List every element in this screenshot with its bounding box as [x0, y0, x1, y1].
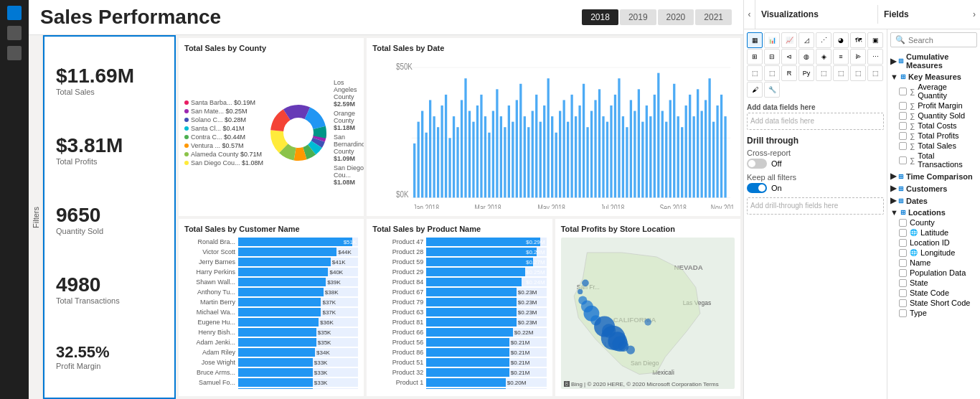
viz-icon-pie[interactable]: ◕: [833, 32, 849, 48]
viz-icon-scatter[interactable]: ⋰: [816, 32, 831, 48]
chart-total-profits-by-store: Total Profits by Store Location NEVADA C…: [555, 219, 740, 397]
panel-nav-right[interactable]: ›: [969, 0, 980, 29]
checkbox-name[interactable]: [899, 259, 907, 267]
bar-row-customer-3: Harry Perkins $40K: [184, 268, 358, 276]
checkbox-state[interactable]: [899, 279, 907, 287]
viz-icon-area[interactable]: ◿: [798, 32, 814, 48]
svg-rect-56: [563, 100, 565, 197]
viz-icon-line[interactable]: 📈: [781, 32, 797, 48]
bar-row-product-11: Product 86 $0.21M: [372, 348, 546, 357]
svg-rect-36: [484, 116, 486, 197]
viz-icon-r4[interactable]: Py: [798, 65, 814, 81]
viz-icon-bar[interactable]: ▦: [747, 32, 763, 48]
viz-icon-gauge[interactable]: ◍: [798, 49, 814, 65]
nav-icon-model[interactable]: [7, 46, 22, 60]
kpi-profit-margin: 32.55% Profit Margin: [56, 343, 163, 370]
checkbox-longitude[interactable]: [899, 249, 907, 257]
checkbox-total-costs[interactable]: [899, 122, 907, 130]
viz-icon-more[interactable]: ⋯: [867, 49, 883, 65]
kpi-total-transactions-label: Total Transactions: [56, 296, 163, 305]
checkbox-total-trans-f[interactable]: [899, 156, 907, 164]
nav-icon-report[interactable]: [7, 6, 22, 20]
fields-search-box[interactable]: 🔍: [890, 32, 977, 47]
viz-icon-r1[interactable]: ⬚: [747, 65, 763, 81]
panel-nav-left[interactable]: ‹: [744, 0, 755, 29]
svg-rect-51: [543, 105, 545, 197]
checkbox-total-sales-f[interactable]: [899, 142, 907, 150]
bar-name-9: Henry Bish...: [184, 329, 238, 336]
viz-icon-r8[interactable]: ⬚: [867, 65, 883, 81]
section-cumulative-header[interactable]: ▶ ⊞ Cumulative Measures: [890, 52, 977, 70]
svg-rect-84: [673, 84, 675, 198]
viz-icon-r7[interactable]: ⬚: [850, 65, 866, 81]
svg-text:$0K: $0K: [396, 189, 409, 200]
viz-icon-card[interactable]: ▣: [867, 32, 883, 48]
checkbox-total-profits-f[interactable]: [899, 132, 907, 140]
viz-icon-table[interactable]: ⊞: [747, 49, 763, 65]
values-drop-zone[interactable]: Add data fields here: [747, 113, 884, 130]
viz-icon-col[interactable]: 📊: [764, 32, 780, 48]
viz-icon-format[interactable]: 🖌: [747, 82, 763, 98]
bar-bg-9: $35K: [238, 328, 358, 337]
bar-product-name-15: Product 37: [372, 389, 426, 390]
svg-rect-26: [445, 95, 447, 198]
checkbox-latitude[interactable]: [899, 229, 907, 237]
legend-label-3: Santa Cl... $0.41M: [191, 125, 245, 132]
field-total-trans-label: Total Transactions: [918, 151, 977, 169]
viz-icon-analytics[interactable]: 🔧: [764, 82, 780, 98]
viz-icon-r5[interactable]: ⬚: [816, 65, 831, 81]
checkbox-county[interactable]: [899, 219, 907, 227]
nav-icon-data[interactable]: [7, 26, 22, 40]
viz-icon-kpi[interactable]: ◈: [816, 49, 831, 65]
svg-point-12: [286, 120, 311, 146]
svg-rect-92: [705, 100, 707, 197]
section-time-comparison: ▶ ⊞ Time Comparison: [890, 171, 977, 182]
section-key-measures-header[interactable]: ▼ ⊞ Key Measures: [890, 72, 977, 82]
svg-rect-81: [661, 111, 664, 198]
viz-icon-funnel[interactable]: ⊲: [781, 49, 797, 65]
cross-report-toggle-row: Off: [747, 159, 884, 169]
viz-icon-matrix[interactable]: ⊟: [764, 49, 780, 65]
checkbox-qty-sold[interactable]: [899, 112, 907, 120]
checkbox-location-id[interactable]: [899, 239, 907, 247]
bar-product-bg-8: $0.23M: [426, 318, 546, 327]
search-input[interactable]: [908, 36, 972, 44]
svg-rect-87: [685, 105, 687, 197]
filters-panel[interactable]: Filters: [29, 35, 43, 399]
keep-filters-toggle-row: On: [747, 183, 884, 193]
section-locations-header[interactable]: ▼ ⊞ Locations: [890, 207, 977, 217]
section-customers-header[interactable]: ▶ ⊞ Customers: [890, 183, 977, 194]
kpi-quantity-sold-label: Quantity Sold: [56, 227, 163, 235]
bar-product-bg-15: $0.20M: [426, 388, 546, 390]
year-button-2021[interactable]: 2021: [695, 9, 732, 25]
bar-bg-3: $40K: [238, 268, 358, 276]
viz-icon-r3[interactable]: R: [781, 65, 797, 81]
cross-report-toggle[interactable]: [747, 159, 767, 169]
svg-rect-47: [527, 127, 529, 197]
viz-icon-slicer[interactable]: ≡: [833, 49, 849, 65]
svg-text:Nov 2018: Nov 2018: [711, 202, 735, 208]
bar-name-4: Shawn Wall...: [184, 278, 238, 286]
svg-rect-91: [701, 111, 703, 198]
checkbox-population[interactable]: [899, 269, 907, 277]
bar-row-product-14: Product 1 $0.20M: [372, 378, 546, 387]
section-dates-header[interactable]: ▶ ⊞ Dates: [890, 195, 977, 206]
drill-through-drop-zone[interactable]: Add drill-through fields here: [747, 197, 884, 215]
checkbox-type[interactable]: [899, 309, 907, 317]
checkbox-state-code[interactable]: [899, 289, 907, 297]
year-button-2018[interactable]: 2018: [582, 9, 618, 25]
viz-icon-waterfall[interactable]: ⫸: [850, 49, 866, 65]
checkbox-profit-margin[interactable]: [899, 102, 907, 110]
bar-row-product-3: Product 29 $0.25M: [372, 268, 546, 276]
viz-icon-map[interactable]: 🗺: [850, 32, 866, 48]
year-button-2019[interactable]: 2019: [620, 9, 656, 25]
section-time-comparison-header[interactable]: ▶ ⊞ Time Comparison: [890, 171, 977, 182]
year-button-2020[interactable]: 2020: [658, 9, 694, 25]
svg-text:Mar 2018: Mar 2018: [475, 202, 501, 208]
viz-icon-r2[interactable]: ⬚: [764, 65, 780, 81]
keep-filters-toggle[interactable]: [747, 183, 767, 193]
checkbox-state-short-code[interactable]: [899, 299, 907, 307]
checkbox-avg-qty[interactable]: [899, 88, 907, 95]
legend-label-0: Santa Barba... $0.19M: [191, 99, 255, 106]
viz-icon-r6[interactable]: ⬚: [833, 65, 849, 81]
